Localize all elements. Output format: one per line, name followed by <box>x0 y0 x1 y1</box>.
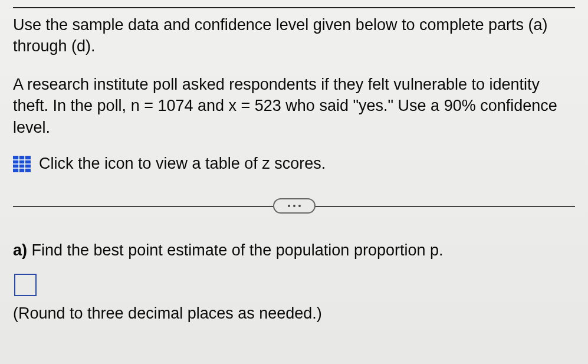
top-border <box>13 7 575 8</box>
expand-button[interactable] <box>273 198 316 214</box>
dots-icon <box>288 205 290 207</box>
z-table-link-label: Click the icon to view a table of z scor… <box>39 155 326 173</box>
part-a-question: Find the best point estimate of the popu… <box>32 241 444 259</box>
instruction-text: Use the sample data and confidence level… <box>13 14 575 57</box>
part-a-label: a) <box>13 241 27 259</box>
part-a-hint: (Round to three decimal places as needed… <box>13 304 575 323</box>
dots-icon <box>293 205 295 207</box>
table-icon <box>13 156 31 172</box>
section-divider <box>13 194 575 218</box>
part-a-answer-input[interactable] <box>14 274 37 296</box>
problem-statement: A research institute poll asked responde… <box>13 74 575 138</box>
part-a-prompt: a) Find the best point estimate of the p… <box>13 241 575 260</box>
dots-icon <box>298 205 301 207</box>
z-table-link-row[interactable]: Click the icon to view a table of z scor… <box>13 155 575 173</box>
